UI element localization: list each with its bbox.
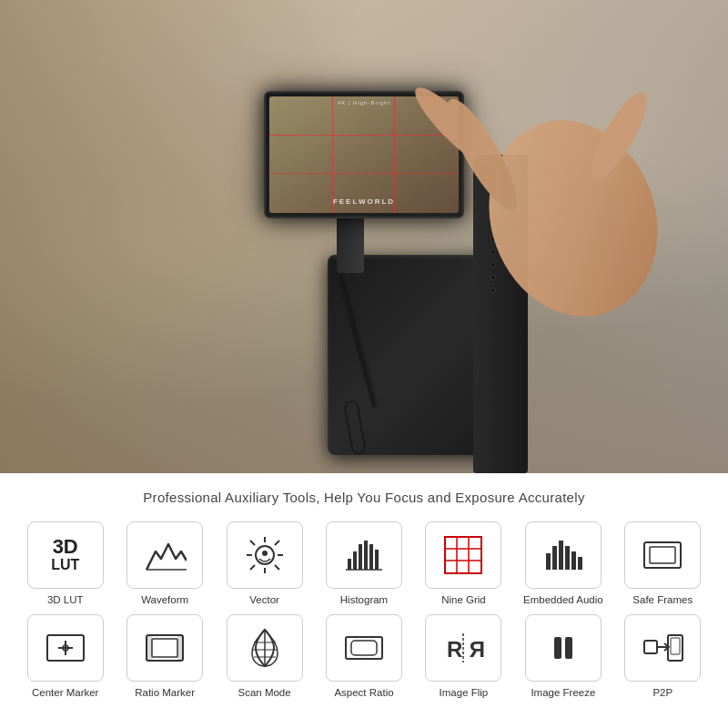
svg-rect-54 — [644, 641, 657, 653]
feature-label-centermarker: Center Marker — [32, 687, 99, 700]
waveform-icon — [143, 533, 187, 577]
svg-rect-34 — [650, 547, 675, 563]
svg-rect-31 — [571, 551, 576, 570]
feature-label-imageflip: Image Flip — [440, 687, 489, 700]
feature-label-histogram: Histogram — [340, 594, 388, 607]
image-flip-icon: R R — [441, 626, 485, 670]
svg-rect-42 — [177, 635, 183, 661]
svg-line-10 — [250, 541, 255, 545]
feature-label-scanmode: Scan Mode — [238, 687, 290, 700]
svg-point-14 — [262, 551, 268, 556]
svg-rect-28 — [552, 546, 557, 570]
svg-rect-30 — [565, 546, 570, 570]
feature-icon-box-waveform — [126, 521, 203, 589]
feature-scan-mode: Scan Mode — [217, 614, 311, 700]
feature-label-audio: Embedded Audio — [523, 594, 603, 607]
feature-icon-box-3dlut: 3D LUT — [27, 521, 104, 589]
feature-embedded-audio: Embedded Audio — [516, 521, 610, 607]
hand-overlay — [410, 36, 701, 346]
svg-rect-40 — [152, 639, 177, 657]
svg-rect-41 — [147, 635, 152, 661]
feature-icon-box-ninegrid — [425, 521, 501, 589]
histogram-icon — [342, 533, 386, 577]
svg-rect-29 — [559, 541, 563, 570]
feature-icon-box-audio — [525, 521, 602, 589]
lut-text: LUT — [51, 557, 79, 573]
center-marker-icon — [44, 626, 87, 670]
feature-image-flip: R R Image Flip — [417, 614, 511, 700]
feature-label-safeframes: Safe Frames — [632, 594, 693, 607]
nine-grid-icon — [441, 533, 485, 577]
p2p-icon — [641, 626, 684, 670]
svg-text:R: R — [470, 637, 485, 662]
svg-rect-56 — [668, 635, 682, 661]
feature-label-ratiomarker: Ratio Marker — [135, 687, 195, 700]
vector-icon — [243, 533, 287, 577]
feature-label-3dlut: 3D LUT — [47, 594, 84, 607]
feature-icon-box-aspectratio — [326, 614, 402, 682]
svg-line-12 — [275, 541, 279, 545]
svg-point-0 — [462, 96, 684, 340]
feature-vector: Vector — [217, 521, 311, 607]
feature-center-marker: Center Marker — [18, 614, 112, 700]
info-section: Professional Auxiliary Tools, Help You F… — [0, 473, 728, 728]
features-grid: 3D LUT 3D LUT Waveform — [18, 521, 710, 700]
feature-aspect-ratio: Aspect Ratio — [317, 614, 410, 700]
svg-rect-18 — [364, 541, 368, 570]
feature-icon-box-scanmode — [227, 614, 303, 682]
svg-rect-15 — [348, 559, 351, 570]
monitor-label: 4K | High-Bright — [338, 100, 390, 106]
tagline: Professional Auxiliary Tools, Help You F… — [143, 490, 584, 505]
svg-rect-20 — [375, 550, 379, 570]
lut-3d-text: 3D — [51, 537, 79, 557]
feature-label-p2p: P2P — [652, 687, 672, 700]
feature-label-vector: Vector — [249, 594, 279, 607]
svg-rect-52 — [554, 637, 561, 659]
feature-safe-frames: Safe Frames — [616, 521, 710, 607]
feature-label-waveform: Waveform — [141, 594, 188, 607]
svg-rect-27 — [546, 553, 551, 570]
feature-3d-lut: 3D LUT 3D LUT — [18, 521, 112, 607]
feature-icon-box-safeframes — [624, 521, 701, 589]
feature-waveform: Waveform — [117, 521, 211, 607]
feature-icon-box-imagefreeze — [525, 614, 602, 682]
feature-image-freeze: Image Freeze — [516, 614, 610, 700]
feature-histogram: Histogram — [317, 521, 410, 607]
feature-icon-box-histogram — [326, 521, 402, 589]
svg-line-13 — [250, 565, 255, 570]
feature-label-imagefreeze: Image Freeze — [531, 687, 595, 700]
feature-label-ninegrid: Nine Grid — [441, 594, 486, 607]
feature-icon-box-centermarker — [27, 614, 104, 682]
aspect-ratio-icon — [342, 626, 386, 670]
svg-rect-53 — [565, 637, 572, 659]
svg-rect-16 — [353, 551, 357, 570]
image-freeze-icon — [541, 626, 585, 670]
hero-photo: 4K | High-Bright FEELWORLD — [0, 0, 728, 473]
svg-rect-17 — [359, 544, 362, 570]
feature-label-aspectratio: Aspect Ratio — [334, 687, 393, 700]
feature-ratio-marker: Ratio Marker — [117, 614, 211, 700]
svg-line-11 — [275, 565, 279, 570]
feature-icon-box-vector — [227, 521, 303, 589]
svg-rect-22 — [445, 537, 481, 573]
svg-point-2 — [410, 79, 503, 176]
svg-text:R: R — [447, 637, 462, 662]
feature-p2p: P2P — [616, 614, 710, 700]
safe-frames-icon — [641, 533, 684, 577]
scan-mode-icon — [243, 626, 287, 670]
svg-rect-19 — [369, 544, 373, 570]
audio-icon — [541, 533, 585, 577]
brand-text: FEELWORLD — [333, 197, 395, 206]
feature-icon-box-p2p — [624, 614, 701, 682]
ratio-marker-icon — [143, 626, 187, 670]
feature-icon-box-imageflip: R R — [425, 614, 501, 682]
svg-rect-57 — [671, 638, 680, 654]
feature-icon-box-ratiomarker — [126, 614, 203, 682]
svg-rect-32 — [578, 557, 582, 570]
feature-nine-grid: Nine Grid — [417, 521, 511, 607]
svg-rect-48 — [351, 641, 377, 655]
